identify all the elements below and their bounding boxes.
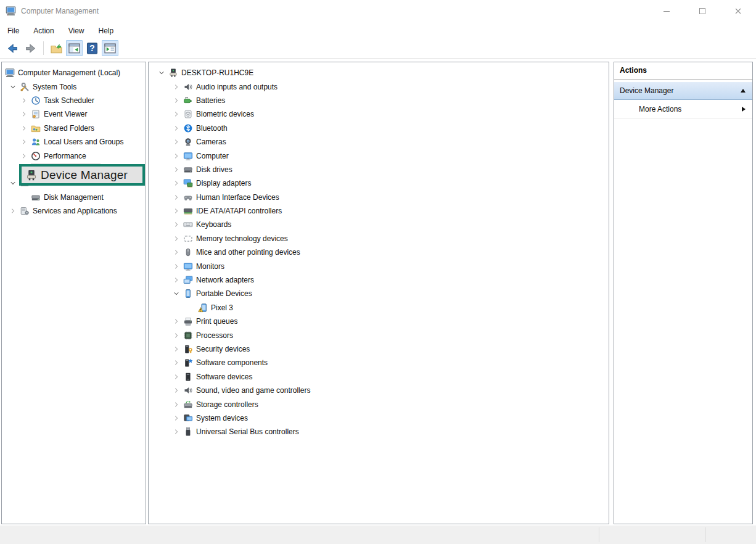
chevron-right-icon[interactable] [170,316,183,326]
chevron-down-icon[interactable] [170,289,183,299]
device-item-audio-inputs-and-outputs[interactable]: Audio inputs and outputs [149,80,609,93]
security-device-icon [183,344,193,354]
chevron-right-icon[interactable] [170,247,183,257]
device-item-biometric-devices[interactable]: Biometric devices [149,107,609,121]
chevron-right-icon[interactable] [170,385,183,395]
menu-action[interactable]: Action [33,27,54,35]
chevron-right-icon[interactable] [170,400,183,410]
console-tree: Computer Management (Local)System ToolsT… [2,62,146,218]
chevron-down-icon[interactable] [6,82,20,92]
device-item-software-components[interactable]: Software components [149,356,609,369]
console-tree-item-local-users-and-groups[interactable]: Local Users and Groups [2,135,146,149]
chevron-right-icon[interactable] [170,262,183,271]
console-tree-item-task-scheduler[interactable]: Task Scheduler [2,94,146,107]
chevron-right-icon[interactable] [170,96,183,105]
processor-icon [183,331,193,340]
device-item-label: Memory technology devices [196,234,288,243]
toolbar-button-export-list[interactable] [48,40,65,56]
device-item-system-devices[interactable]: System devices [149,411,609,425]
device-item-print-queues[interactable]: Print queues [149,315,609,328]
device-item-sound-video-and-game-controllers[interactable]: Sound, video and game controllers [149,384,609,397]
device-item-memory-technology-devices[interactable]: Memory technology devices [149,232,609,245]
chevron-right-icon[interactable] [170,206,183,216]
device-item-universal-serial-bus-controllers[interactable]: Universal Serial Bus controllers [149,425,609,439]
statusbar-separator [599,527,599,542]
device-item-human-interface-devices[interactable]: Human Interface Devices [149,191,609,204]
device-item-processors[interactable]: Processors [149,328,609,342]
memory-card-icon [183,234,193,244]
chevron-right-icon[interactable] [170,358,183,368]
console-tree-item-disk-management[interactable]: Disk Management [2,191,146,204]
device-item-cameras[interactable]: Cameras [149,135,609,149]
device-item-bluetooth[interactable]: Bluetooth [149,122,609,135]
chevron-right-icon[interactable] [17,96,31,105]
console-tree-item-event-viewer[interactable]: Event Viewer [2,107,146,121]
chevron-right-icon[interactable] [170,372,183,382]
device-item-security-devices[interactable]: Security devices [149,342,609,356]
device-item-label: Disk drives [196,165,232,174]
chevron-right-icon[interactable] [170,275,183,285]
maximize-button[interactable] [684,0,720,22]
chevron-right-icon[interactable] [17,109,31,119]
toolbar-button-show-console-tree[interactable] [66,40,83,56]
chevron-right-icon[interactable] [170,123,183,133]
actions-group-device-manager[interactable]: Device Manager [614,82,752,100]
chevron-right-icon[interactable] [170,178,183,188]
toolbar-button-back[interactable] [4,40,21,56]
device-item-portable-devices[interactable]: Portable Devices [149,287,609,300]
minimize-button[interactable] [649,0,684,22]
toolbar-button-forward[interactable] [22,40,39,56]
device-item-monitors[interactable]: Monitors [149,259,609,273]
device-item-keyboards[interactable]: Keyboards [149,218,609,231]
console-tree-item-performance[interactable]: Performance [2,149,146,162]
toolbar-button-help[interactable]: ? [84,40,101,56]
device-item-ide-ata-atapi-controllers[interactable]: IDE ATA/ATAPI controllers [149,204,609,218]
device-item-storage-controllers[interactable]: Storage controllers [149,397,609,411]
chevron-right-icon[interactable] [170,192,183,202]
device-manager-highlight-box[interactable]: Device Manager [19,164,145,186]
chevron-right-icon[interactable] [170,344,183,354]
device-item-batteries[interactable]: Batteries [149,94,609,107]
toolbar-button-show-action-pane[interactable] [102,40,118,56]
chevron-right-icon[interactable] [17,137,31,147]
console-tree-item-label: System Tools [33,83,76,91]
chevron-down-icon[interactable] [155,68,168,78]
console-tree-item-computer-management-local[interactable]: Computer Management (Local) [2,66,146,80]
menu-view[interactable]: View [68,27,84,35]
chevron-right-icon[interactable] [17,151,31,161]
device-item-software-devices[interactable]: Software devices [149,370,609,384]
device-manager-icon [168,68,178,78]
chevron-right-icon[interactable] [6,206,20,216]
device-item-computer[interactable]: Computer [149,149,609,162]
console-tree-item-label: Services and Applications [33,207,117,215]
chevron-right-icon[interactable] [170,331,183,340]
chevron-right-icon[interactable] [17,123,31,133]
chevron-right-icon[interactable] [170,151,183,161]
menu-file[interactable]: File [7,27,19,35]
close-button[interactable] [720,0,756,22]
device-item-label: Software components [196,358,268,367]
chevron-right-icon[interactable] [170,165,183,175]
console-tree-item-services-and-applications[interactable]: Services and Applications [2,204,146,218]
software-component-icon [183,358,193,368]
chevron-right-icon[interactable] [170,220,183,229]
chevron-right-icon[interactable] [170,427,183,437]
chevron-right-icon[interactable] [170,137,183,147]
device-item-disk-drives[interactable]: Disk drives [149,163,609,176]
chevron-up-icon[interactable] [741,89,746,93]
chevron-right-icon[interactable] [170,82,183,92]
chevron-down-icon[interactable] [6,178,20,188]
device-tree-pane: DESKTOP-RU1HC9EAudio inputs and outputsB… [148,62,609,524]
chevron-right-icon[interactable] [170,234,183,244]
console-tree-item-shared-folders[interactable]: Shared Folders [2,122,146,135]
device-item-desktop-ru1hc9e[interactable]: DESKTOP-RU1HC9E [149,66,609,80]
chevron-right-icon[interactable] [170,109,183,119]
device-item-display-adapters[interactable]: Display adapters [149,176,609,190]
menu-help[interactable]: Help [99,27,114,35]
device-item-network-adapters[interactable]: Network adapters [149,273,609,287]
device-item-pixel-3[interactable]: Pixel 3 [149,301,609,315]
device-item-mice-and-other-pointing-devices[interactable]: Mice and other pointing devices [149,245,609,259]
console-tree-item-system-tools[interactable]: System Tools [2,80,146,93]
more-actions-item[interactable]: More Actions [614,100,752,119]
chevron-right-icon[interactable] [170,413,183,423]
